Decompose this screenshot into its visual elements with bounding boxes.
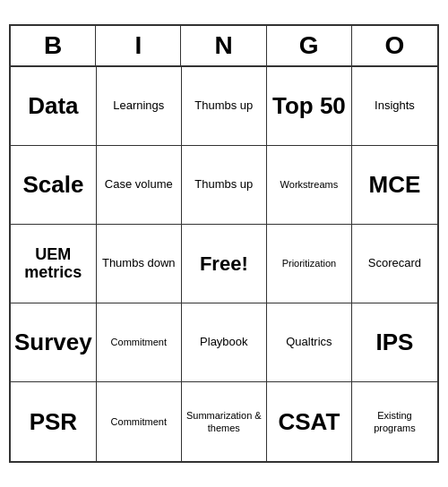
cell-text-16: Commitment [111, 336, 167, 348]
bingo-header: B I N G O [11, 26, 437, 67]
cell-text-15: Survey [14, 329, 92, 355]
bingo-cell-20[interactable]: PSR [11, 382, 97, 461]
cell-text-4: Insights [375, 98, 415, 114]
bingo-cell-22[interactable]: Summarization & themes [182, 382, 267, 461]
cell-text-14: Scorecard [368, 256, 421, 271]
cell-text-20: PSR [30, 409, 77, 435]
bingo-cell-4[interactable]: Insights [352, 67, 437, 146]
bingo-cell-9[interactable]: MCE [352, 146, 437, 225]
header-b: B [11, 26, 96, 65]
cell-text-5: Scale [22, 172, 83, 198]
bingo-cell-23[interactable]: CSAT [267, 382, 352, 461]
bingo-card: B I N G O DataLearningsThumbs upTop 50In… [9, 24, 439, 463]
cell-text-6: Case volume [105, 177, 173, 192]
cell-text-10: UEM metrics [14, 246, 92, 282]
bingo-cell-13[interactable]: Prioritization [267, 225, 352, 303]
cell-text-7: Thumbs up [194, 177, 253, 192]
cell-text-19: IPS [376, 329, 414, 355]
bingo-cell-10[interactable]: UEM metrics [11, 225, 97, 303]
cell-text-11: Thumbs down [102, 256, 176, 271]
bingo-cell-15[interactable]: Survey [11, 303, 97, 382]
bingo-cell-7[interactable]: Thumbs up [182, 146, 267, 225]
cell-text-8: Workstreams [280, 178, 339, 191]
cell-text-9: MCE [369, 172, 421, 198]
bingo-cell-6[interactable]: Case volume [97, 146, 182, 225]
bingo-cell-3[interactable]: Top 50 [267, 67, 352, 146]
bingo-cell-14[interactable]: Scorecard [352, 225, 437, 303]
bingo-cell-1[interactable]: Learnings [97, 67, 182, 146]
bingo-cell-16[interactable]: Commitment [97, 303, 182, 382]
bingo-cell-11[interactable]: Thumbs down [97, 225, 182, 303]
bingo-cell-17[interactable]: Playbook [182, 303, 267, 382]
cell-text-23: CSAT [278, 409, 340, 435]
bingo-cell-2[interactable]: Thumbs up [182, 67, 267, 146]
bingo-cell-19[interactable]: IPS [352, 303, 437, 382]
header-o: O [352, 26, 437, 65]
bingo-cell-21[interactable]: Commitment [97, 382, 182, 461]
bingo-cell-12[interactable]: Free! [182, 225, 267, 303]
cell-text-0: Data [28, 93, 78, 119]
cell-text-24: Existing programs [356, 409, 434, 435]
header-g: G [267, 26, 352, 65]
cell-text-22: Summarization & themes [185, 409, 263, 435]
bingo-cell-8[interactable]: Workstreams [267, 146, 352, 225]
bingo-grid: DataLearningsThumbs upTop 50InsightsScal… [11, 67, 437, 461]
cell-text-21: Commitment [111, 415, 167, 428]
cell-text-2: Thumbs up [194, 98, 253, 114]
cell-text-13: Prioritization [282, 257, 337, 269]
cell-text-18: Qualtrics [286, 335, 332, 350]
bingo-cell-0[interactable]: Data [11, 67, 97, 146]
cell-text-3: Top 50 [272, 93, 346, 119]
bingo-cell-5[interactable]: Scale [11, 146, 97, 225]
header-n: N [181, 26, 266, 65]
bingo-cell-18[interactable]: Qualtrics [267, 303, 352, 382]
header-i: I [96, 26, 181, 65]
cell-text-12: Free! [200, 252, 248, 276]
cell-text-17: Playbook [200, 335, 247, 350]
cell-text-1: Learnings [113, 98, 164, 114]
bingo-cell-24[interactable]: Existing programs [352, 382, 437, 461]
